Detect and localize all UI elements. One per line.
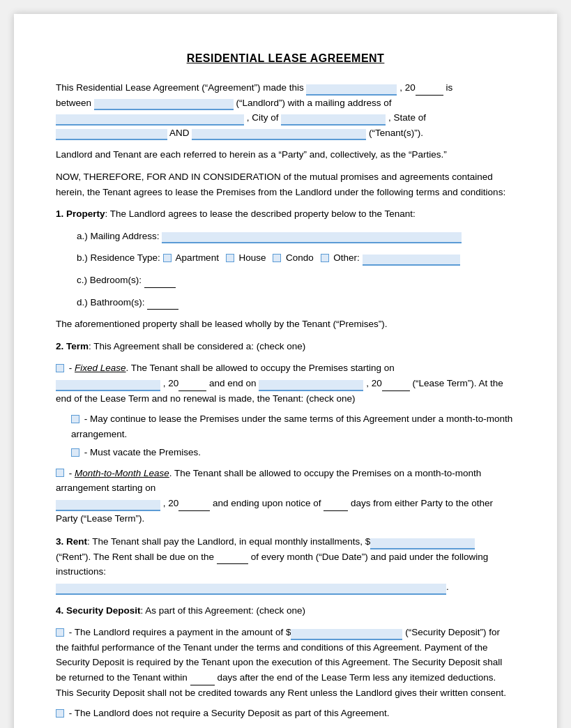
section4-header: 4. Security Deposit: As part of this Agr… [56, 603, 515, 619]
month-pre: - [69, 468, 75, 478]
lease-end-year-field[interactable] [382, 380, 410, 391]
section1-a: a.) Mailing Address: [77, 229, 515, 244]
opt1-row: - May continue to lease the Premises und… [71, 411, 515, 441]
intro-line1-post: is [446, 82, 453, 93]
section2-number: 2. [56, 341, 63, 351]
fixed-year2: , 20 [366, 378, 382, 388]
section1-c: c.) Bedroom(s): [77, 273, 515, 288]
intro-and: AND [169, 128, 190, 138]
intro-city-label: , City of [247, 112, 279, 123]
section1-c-label: c.) Bedroom(s): [77, 275, 142, 285]
section4-text: : As part of this Agreement: (check one) [141, 605, 305, 616]
section1-d: d.) Bathroom(s): [77, 295, 515, 310]
landlord-name-field[interactable] [94, 99, 234, 110]
fixed-lease-row: - Fixed Lease. The Tenant shall be allow… [56, 361, 515, 406]
house-checkbox[interactable] [226, 254, 234, 262]
state-field[interactable] [56, 129, 167, 140]
section1-text: : The Landlord agrees to lease the descr… [105, 208, 416, 219]
fixed-lease-checkbox[interactable] [56, 364, 64, 372]
section3-text2: (“Rent”). The Rent shall be due on the [56, 552, 214, 562]
month-lease-label: Month-to-Month Lease [75, 468, 169, 478]
house-label: House [238, 252, 266, 263]
section4-opt1-pre: - The Landlord requires a payment in the… [69, 627, 291, 637]
intro-state-label: , State of [388, 112, 426, 123]
condo-label: Condo [286, 252, 314, 263]
fixed-text3: and end on [209, 378, 257, 388]
condo-checkbox[interactable] [273, 254, 281, 262]
parties-paragraph: Landlord and Tenant are each referred to… [56, 147, 515, 162]
month-year: , 20 [163, 498, 179, 508]
bedrooms-field[interactable] [144, 277, 176, 288]
opt1-text: - May continue to lease the Premises und… [71, 414, 512, 439]
intro-line1-pre: This Residential Lease Agreement (“Agree… [56, 82, 304, 93]
lease-end-field[interactable] [259, 380, 363, 391]
fixed-text1: . The Tenant shall be allowed to occupy … [126, 363, 395, 373]
section1-b-label: b.) Residence Type: [77, 252, 160, 263]
other-label: Other: [333, 252, 360, 263]
lease-start-field[interactable] [56, 380, 160, 391]
payment-instructions-field[interactable] [56, 584, 446, 595]
section1-title: Property [66, 208, 105, 219]
intro-year-pre: , 20 [399, 82, 416, 93]
page: RESIDENTIAL LEASE AGREEMENT This Residen… [14, 14, 557, 728]
security-deposit-checkbox[interactable] [56, 628, 64, 637]
notice-days-field[interactable] [323, 500, 348, 511]
opt2-text: - Must vacate the Premises. [84, 447, 201, 457]
no-security-deposit-checkbox[interactable] [56, 709, 64, 718]
fixed-lease-label: Fixed Lease [75, 363, 126, 373]
apartment-checkbox[interactable] [163, 254, 172, 262]
other-type-field[interactable] [363, 255, 460, 266]
month-lease-checkbox[interactable] [56, 469, 64, 477]
section2-header: 2. Term: This Agreement shall be conside… [56, 339, 515, 354]
month-text3: and ending upon notice of [213, 498, 321, 508]
bathrooms-field[interactable] [147, 298, 178, 310]
opt2-checkbox[interactable] [71, 448, 79, 457]
year-field[interactable] [416, 84, 443, 96]
mailing-address-field[interactable] [56, 114, 244, 126]
rent-amount-field[interactable] [370, 538, 475, 549]
month-start-field[interactable] [56, 500, 160, 511]
intro-between: between [56, 98, 91, 108]
security-deposit-amount-field[interactable] [291, 629, 402, 640]
section4-opt2: - The Landlord does not require a Securi… [56, 706, 515, 721]
fixed-year1: , 20 [163, 378, 179, 388]
consideration-paragraph: NOW, THEREFORE, FOR AND IN CONSIDERATION… [56, 169, 515, 199]
month-year-field[interactable] [178, 500, 210, 511]
section3-dot: . [446, 582, 449, 592]
intro-landlord-label: (“Landlord”) with a mailing address of [236, 98, 392, 108]
section1-number: 1. [56, 208, 63, 219]
security-return-days-field[interactable] [190, 674, 215, 685]
page-title: RESIDENTIAL LEASE AGREEMENT [56, 52, 515, 65]
other-checkbox[interactable] [321, 254, 329, 262]
apartment-label: Apartment [176, 252, 219, 263]
section1-a-label: a.) Mailing Address: [77, 231, 160, 241]
section1-closing: The aforementioned property shall be lea… [56, 317, 515, 332]
section3-number: 3. [56, 536, 63, 547]
opt2-row: - Must vacate the Premises. [71, 445, 515, 460]
section1-d-label: d.) Bathroom(s): [77, 297, 145, 308]
mailing-address-property-field[interactable] [162, 232, 462, 243]
section3-header: 3. Rent: The Tenant shall pay the Landlo… [56, 534, 515, 594]
section4-opt2-text: - The Landlord does not require a Securi… [69, 708, 390, 718]
section4-number: 4. [56, 605, 63, 616]
lease-start-year-field[interactable] [178, 380, 206, 391]
due-date-field[interactable] [217, 553, 248, 564]
date-field[interactable] [306, 84, 397, 96]
intro-tenant-label: (“Tenant(s)”). [369, 128, 423, 138]
section3-text1: : The Tenant shall pay the Landlord, in … [87, 536, 370, 547]
section2-text: : This Agreement shall be considered a: … [89, 341, 305, 351]
section2-title: Term [66, 341, 89, 351]
opt1-checkbox[interactable] [71, 415, 79, 423]
section3-title: Rent [66, 536, 87, 547]
tenant-name-field[interactable] [192, 129, 366, 140]
intro-paragraph: This Residential Lease Agreement (“Agree… [56, 80, 515, 140]
section4-title: Security Deposit [66, 605, 141, 616]
section1-b: b.) Residence Type: Apartment House Cond… [77, 250, 515, 266]
city-field[interactable] [281, 114, 386, 126]
fixed-pre: - [69, 363, 75, 373]
section1-header: 1. Property: The Landlord agrees to leas… [56, 206, 515, 222]
section4-opt1: - The Landlord requires a payment in the… [56, 625, 515, 700]
month-lease-row: - Month-to-Month Lease. The Tenant shall… [56, 466, 515, 526]
